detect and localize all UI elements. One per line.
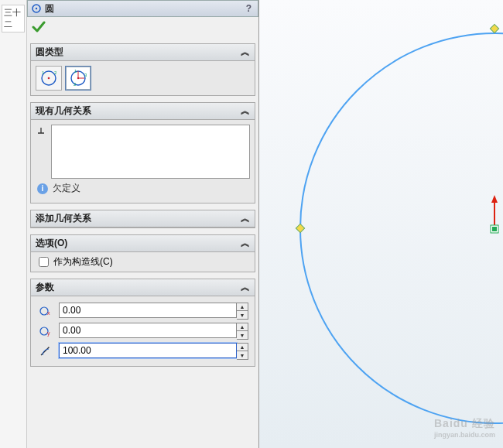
parameters-header[interactable]: 参数 ︽ bbox=[31, 279, 255, 296]
svg-rect-18 bbox=[490, 24, 498, 32]
svg-point-3 bbox=[48, 77, 50, 80]
center-y-icon: y bbox=[37, 324, 54, 338]
svg-rect-19 bbox=[296, 224, 304, 232]
add-relations-header[interactable]: 添加几何关系 ︽ bbox=[31, 210, 255, 227]
svg-text:3: 3 bbox=[84, 73, 87, 77]
svg-text:2: 2 bbox=[54, 70, 57, 75]
chevron-up-icon: ︽ bbox=[241, 212, 250, 225]
center-x-icon: x bbox=[37, 304, 54, 318]
watermark-text: Baidu 经验 bbox=[434, 417, 495, 429]
spin-down-button[interactable]: ▼ bbox=[237, 331, 248, 339]
existing-relations-section: 现有几何关系 ︽ i 欠定义 bbox=[30, 102, 255, 203]
circle-type-section: 圆类型 ︽ 12 132 bbox=[30, 43, 255, 96]
svg-text:x: x bbox=[47, 310, 50, 316]
svg-point-9 bbox=[77, 77, 79, 79]
chevron-up-icon: ︽ bbox=[241, 281, 250, 294]
sketch-canvas bbox=[259, 0, 503, 448]
section-title: 参数 bbox=[36, 281, 54, 294]
spin-up-button[interactable]: ▲ bbox=[237, 303, 248, 311]
radius-input[interactable] bbox=[59, 343, 237, 358]
watermark-subtext: jingyan.baidu.com bbox=[434, 431, 495, 439]
spin-up-button[interactable]: ▲ bbox=[237, 323, 248, 331]
panel-header: 圆 ? bbox=[27, 0, 258, 17]
existing-relations-header[interactable]: 现有几何关系 ︽ bbox=[31, 103, 255, 120]
center-y-input[interactable] bbox=[59, 323, 237, 338]
construction-line-checkbox[interactable] bbox=[39, 257, 49, 267]
circle-icon bbox=[31, 3, 42, 14]
confirm-row bbox=[27, 17, 258, 40]
svg-point-1 bbox=[36, 8, 37, 9]
svg-point-17 bbox=[300, 33, 503, 423]
radius-icon bbox=[37, 344, 54, 358]
help-button[interactable]: ? bbox=[243, 3, 255, 14]
tree-tab[interactable]: 三十二 bbox=[2, 5, 25, 32]
panel-title: 圆 bbox=[45, 2, 54, 15]
construction-line-label: 作为构造线(C) bbox=[53, 255, 113, 268]
chevron-up-icon: ︽ bbox=[241, 46, 250, 59]
section-title: 选项(O) bbox=[36, 237, 67, 250]
relations-listbox[interactable] bbox=[51, 125, 250, 179]
spin-down-button[interactable]: ▼ bbox=[237, 351, 248, 359]
chevron-up-icon: ︽ bbox=[241, 104, 250, 118]
circle-type-header[interactable]: 圆类型 ︽ bbox=[31, 44, 255, 61]
info-icon: i bbox=[37, 183, 48, 194]
section-title: 圆类型 bbox=[36, 46, 63, 59]
watermark: Baidu 经验 jingyan.baidu.com bbox=[434, 417, 495, 439]
section-title: 添加几何关系 bbox=[36, 212, 91, 225]
svg-text:y: y bbox=[47, 330, 50, 337]
circle-center-radius-button[interactable]: 12 bbox=[36, 66, 62, 91]
options-header[interactable]: 选项(O) ︽ bbox=[31, 235, 255, 252]
section-title: 现有几何关系 bbox=[36, 104, 91, 118]
parameters-section: 参数 ︽ x ▲▼ y ▲▼ ▲ bbox=[30, 279, 255, 367]
svg-rect-23 bbox=[492, 227, 497, 231]
spin-down-button[interactable]: ▼ bbox=[237, 311, 248, 319]
circle-3point-button[interactable]: 132 bbox=[65, 66, 91, 91]
add-relations-section: 添加几何关系 ︽ bbox=[30, 210, 255, 228]
left-tab-strip: 三十二 bbox=[0, 0, 27, 448]
property-manager-panel: 圆 ? 圆类型 ︽ 12 132 现有几何关系 ︽ bbox=[27, 0, 259, 448]
center-x-input[interactable] bbox=[59, 303, 237, 318]
ok-checkmark-icon[interactable] bbox=[32, 23, 46, 36]
definition-status-text: 欠定义 bbox=[53, 182, 80, 195]
definition-status-row: i 欠定义 bbox=[36, 179, 250, 198]
chevron-up-icon: ︽ bbox=[241, 237, 250, 250]
spin-up-button[interactable]: ▲ bbox=[237, 344, 248, 351]
svg-marker-21 bbox=[491, 195, 498, 203]
options-section: 选项(O) ︽ 作为构造线(C) bbox=[30, 234, 255, 272]
perpendicular-icon bbox=[36, 125, 46, 139]
graphics-viewport[interactable]: Baidu 经验 jingyan.baidu.com bbox=[259, 0, 503, 448]
